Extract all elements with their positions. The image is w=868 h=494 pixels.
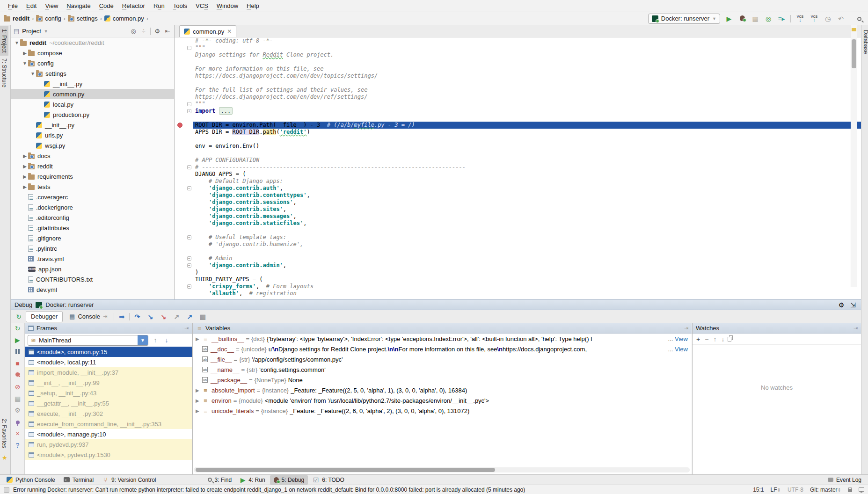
add-watch-icon[interactable]: + bbox=[696, 335, 700, 343]
recent-changes-button[interactable]: ◷ bbox=[824, 15, 832, 22]
help-icon[interactable]: ? bbox=[13, 442, 22, 449]
fold-marker[interactable]: − bbox=[187, 165, 191, 169]
sidebar-item-project[interactable]: 1: Project bbox=[0, 26, 8, 56]
toolwindow-button-run[interactable]: ▶4: Run bbox=[236, 475, 269, 485]
editor-gutter[interactable] bbox=[175, 269, 193, 276]
editor-gutter[interactable]: − bbox=[175, 262, 193, 269]
editor-gutter[interactable] bbox=[175, 290, 193, 297]
editor-gutter[interactable] bbox=[175, 178, 193, 185]
chevron-down-icon[interactable]: ▼ bbox=[44, 29, 48, 34]
fold-marker[interactable]: − bbox=[187, 235, 191, 240]
menu-item-navigate[interactable]: Navigate bbox=[62, 1, 95, 11]
variable-row[interactable]: ▶≡unicode_literals={instance}_Feature: _… bbox=[193, 406, 692, 416]
fold-marker[interactable]: − bbox=[187, 186, 191, 190]
editor-gutter[interactable] bbox=[175, 143, 193, 150]
view-link[interactable]: View bbox=[675, 335, 688, 342]
tree-item--coveragerc[interactable]: .coveragerc bbox=[11, 192, 174, 202]
editor-gutter[interactable] bbox=[175, 171, 193, 178]
editor-gutter[interactable] bbox=[175, 276, 193, 283]
breadcrumb-item[interactable]: settings bbox=[68, 15, 98, 22]
tree-item-app-json[interactable]: JSONapp.json bbox=[11, 264, 174, 274]
mute-breakpoints-icon[interactable]: ⊘ bbox=[13, 384, 22, 390]
menu-item-file[interactable]: File bbox=[4, 1, 22, 11]
editor-gutter[interactable]: + bbox=[175, 108, 193, 115]
editor-gutter[interactable] bbox=[175, 115, 193, 122]
horizontal-scrollbar[interactable] bbox=[194, 467, 690, 472]
frame-row[interactable]: <module>, pydevd.py:1530 bbox=[25, 450, 192, 460]
editor-gutter[interactable] bbox=[175, 248, 193, 255]
editor-gutter[interactable] bbox=[175, 94, 193, 101]
editor-gutter[interactable] bbox=[175, 65, 193, 73]
variable-row[interactable]: ▶≡environ={module}<module 'environ' from… bbox=[193, 395, 692, 406]
editor-gutter[interactable] bbox=[175, 227, 193, 234]
frame-row[interactable]: _setup, __init__.py:43 bbox=[25, 388, 192, 398]
tree-item--pylintrc[interactable]: .pylintrc bbox=[11, 243, 174, 254]
frame-row[interactable]: run, pydevd.py:937 bbox=[25, 439, 192, 450]
encoding-indicator[interactable]: UTF-8 bbox=[788, 487, 803, 493]
tab-common-py[interactable]: common.py ✕ bbox=[179, 25, 236, 37]
editor-gutter[interactable]: − bbox=[175, 164, 193, 171]
settings-gear-icon[interactable]: ⚙ bbox=[13, 407, 22, 414]
tree-item-production-py[interactable]: production.py bbox=[11, 109, 174, 120]
stop-icon[interactable]: ■ bbox=[13, 360, 22, 367]
tree-item-contributors-txt[interactable]: CONTRIBUTORS.txt bbox=[11, 274, 174, 284]
thread-selector[interactable]: ≋ MainThread ▼ bbox=[28, 335, 148, 346]
fold-marker[interactable]: − bbox=[187, 256, 191, 261]
editor-gutter[interactable] bbox=[175, 122, 193, 129]
editor-gutter[interactable] bbox=[175, 213, 193, 220]
toolwindow-button-python-console[interactable]: Python Console bbox=[3, 475, 59, 485]
sidebar-item-database[interactable]: Database bbox=[861, 27, 868, 57]
frame-row[interactable]: import_module, __init__.py:37 bbox=[25, 367, 192, 378]
vcs-commit-button[interactable]: VCS↑ bbox=[810, 15, 819, 22]
screen-reader-icon[interactable] bbox=[859, 487, 864, 492]
gear-icon[interactable]: ⚙ bbox=[837, 302, 846, 308]
frame-row[interactable]: __getattr__, __init__.py:55 bbox=[25, 398, 192, 408]
coverage-button[interactable]: ▦ bbox=[751, 15, 759, 22]
fold-marker[interactable]: − bbox=[187, 284, 191, 289]
fold-marker[interactable]: − bbox=[187, 46, 191, 50]
remove-watch-icon[interactable]: − bbox=[705, 335, 708, 343]
tree-item-dev-yml[interactable]: dev.yml bbox=[11, 284, 174, 295]
tab-debugger[interactable]: Debugger bbox=[26, 311, 63, 322]
variable-row[interactable]: ab__package__={NoneType}None bbox=[193, 375, 692, 385]
editor-gutter[interactable] bbox=[175, 206, 193, 213]
tree-item-common-py[interactable]: common.py bbox=[11, 89, 174, 99]
expand-arrow-icon[interactable]: ▶ bbox=[196, 408, 202, 414]
run-button[interactable]: ▶ bbox=[725, 15, 733, 22]
expand-arrow-icon[interactable]: ▶ bbox=[196, 398, 202, 403]
tree-item-tests[interactable]: ▶tests bbox=[11, 182, 174, 192]
breadcrumb-item[interactable]: common.py bbox=[104, 15, 144, 22]
pause-program-icon[interactable] bbox=[13, 349, 22, 355]
menu-item-help[interactable]: Help bbox=[242, 1, 263, 11]
scrollbar-thumb[interactable] bbox=[196, 468, 495, 472]
tree-item-compose[interactable]: ▶compose bbox=[11, 48, 174, 58]
breadcrumb-item[interactable]: config bbox=[36, 15, 61, 22]
frame-row[interactable]: <module>, manage.py:10 bbox=[25, 429, 192, 439]
frame-row[interactable]: <module>, common.py:15 bbox=[25, 347, 192, 357]
editor-gutter[interactable] bbox=[175, 58, 193, 65]
event-log-button[interactable]: Event Log bbox=[836, 477, 861, 483]
run-configuration-select[interactable]: Docker: runserver ▼ bbox=[648, 14, 720, 24]
frame-row[interactable]: execute, __init__.py:302 bbox=[25, 408, 192, 419]
view-link[interactable]: View bbox=[675, 346, 688, 353]
editor-gutter[interactable] bbox=[175, 150, 193, 157]
step-into-icon[interactable]: ↘ bbox=[145, 313, 156, 320]
evaluate-expression-icon[interactable]: ▦ bbox=[197, 313, 208, 320]
caret-position[interactable]: 15:1 bbox=[753, 487, 764, 493]
tree-item--init-py[interactable]: __init__.py bbox=[11, 120, 174, 130]
tree-item--editorconfig[interactable]: .editorconfig bbox=[11, 212, 174, 223]
tree-item-wsgi-py[interactable]: wsgi.py bbox=[11, 140, 174, 151]
variable-row[interactable]: ab__doc__={unicode}u'\nDjango settings f… bbox=[193, 344, 692, 354]
collapse-all-icon[interactable]: ÷ bbox=[140, 28, 147, 35]
editor-gutter[interactable] bbox=[175, 129, 193, 136]
tree-item-config[interactable]: ▼config bbox=[11, 58, 174, 68]
frame-down-icon[interactable]: ↓ bbox=[162, 337, 171, 343]
toolwindow-button-find[interactable]: 3: Find bbox=[204, 475, 236, 485]
fold-marker[interactable]: − bbox=[187, 102, 191, 106]
editor-gutter[interactable]: − bbox=[175, 255, 193, 262]
readonly-lock-icon[interactable] bbox=[848, 489, 852, 492]
editor-gutter[interactable]: − bbox=[175, 44, 193, 51]
tree-item--gitattributes[interactable]: .gitattributes bbox=[11, 223, 174, 233]
variable-row[interactable]: ▶≡absolute_import={instance}_Feature: _F… bbox=[193, 385, 692, 395]
editor-gutter[interactable]: − bbox=[175, 283, 193, 290]
